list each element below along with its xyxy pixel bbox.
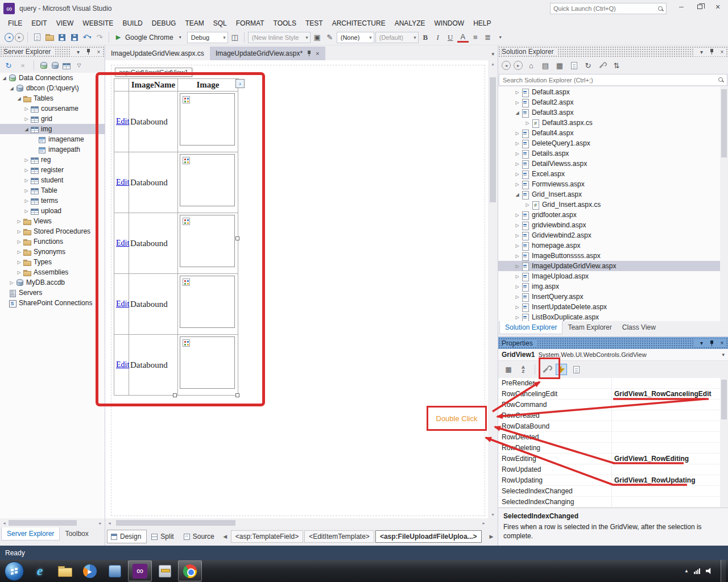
tree-row[interactable]: imagename: [0, 134, 105, 144]
scroll-right-icon[interactable]: ▸: [479, 521, 488, 526]
fileupload-control[interactable]: [180, 93, 235, 146]
open-file-icon[interactable]: [44, 31, 55, 44]
tree-row[interactable]: ▷ Default3.aspx.cs: [498, 118, 720, 128]
expander-arrow-icon[interactable]: ▷: [514, 253, 520, 259]
font-color-icon[interactable]: A: [457, 32, 469, 43]
scroll-left-icon[interactable]: ◂: [105, 521, 114, 526]
expander-arrow-icon[interactable]: ▷: [514, 233, 520, 238]
sync-icon[interactable]: ⇅: [611, 59, 622, 72]
style-dropdown[interactable]: (New Inline Style▾: [248, 32, 311, 43]
event-handler-value[interactable]: [612, 497, 720, 507]
expander-arrow-icon[interactable]: ▷: [514, 100, 520, 105]
tree-row[interactable]: ▷ student: [0, 175, 105, 185]
taskbar-app-button[interactable]: [53, 560, 77, 581]
tree-row[interactable]: ▷ ImageUpload.aspx: [498, 271, 720, 281]
tag-navigator-chip[interactable]: <asp:FileUpload#FileUploa...>: [375, 530, 482, 543]
event-row[interactable]: RowCommand: [498, 400, 720, 410]
tree-row[interactable]: ▷ ListBoxDuplicate.aspx: [498, 312, 720, 321]
expander-arrow-icon[interactable]: ▷: [514, 161, 520, 167]
menu-item[interactable]: FORMAT: [231, 18, 269, 29]
property-pages-icon[interactable]: [570, 364, 582, 375]
menu-item[interactable]: DEBUG: [147, 18, 181, 29]
resize-handle[interactable]: [173, 393, 177, 397]
event-row[interactable]: SelectedIndexChanged: [498, 486, 720, 497]
tree-row[interactable]: ▷ MyDB.accdb: [0, 277, 105, 288]
panel-tab[interactable]: Toolbox: [60, 527, 93, 540]
tree-row[interactable]: ▷ Formviewss.aspx: [498, 179, 720, 189]
fileupload-control[interactable]: [180, 215, 235, 267]
tree-row[interactable]: ▷ Grid_Insert.aspx.cs: [498, 199, 720, 210]
window-position-icon[interactable]: ▾: [74, 48, 82, 56]
tree-row[interactable]: ▷ img.aspx: [498, 281, 720, 292]
tag-nav-left-icon[interactable]: ◀: [221, 534, 230, 539]
menu-item[interactable]: SQL: [209, 18, 231, 29]
event-row[interactable]: RowCreated: [498, 410, 720, 421]
edit-link[interactable]: Edit: [116, 300, 129, 309]
tree-row[interactable]: ▷ Functions: [0, 236, 105, 247]
refresh-icon[interactable]: ↻: [3, 59, 14, 72]
tree-row[interactable]: ▷ Default.aspx: [498, 87, 720, 97]
event-row[interactable]: RowDataBound: [498, 421, 720, 432]
design-surface[interactable]: asp:GridView#GridView1 ImageName Image E…: [105, 60, 488, 518]
menu-item[interactable]: ARCHITECTURE: [328, 18, 390, 29]
show-all-files-icon[interactable]: [568, 59, 580, 72]
expander-arrow-icon[interactable]: ▷: [514, 131, 520, 136]
underline-button[interactable]: U: [445, 31, 456, 44]
scope-icon[interactable]: ▤: [540, 59, 551, 72]
server-explorer-header[interactable]: Server Explorer ▾ ×: [0, 45, 105, 58]
solution-explorer-vscrollbar[interactable]: [720, 87, 728, 321]
expander-arrow-icon[interactable]: ◢: [514, 110, 520, 115]
close-tab-icon[interactable]: ×: [316, 50, 319, 57]
event-row[interactable]: RowDeleting: [498, 443, 720, 454]
save-all-icon[interactable]: [69, 31, 80, 44]
expander-arrow-icon[interactable]: ▷: [16, 250, 22, 255]
taskbar-app-button[interactable]: [178, 560, 202, 581]
tree-row[interactable]: ▷ grid: [0, 114, 105, 124]
navigate-back-icon[interactable]: ◂: [5, 33, 14, 42]
style-tool-icon[interactable]: ▣: [312, 31, 323, 44]
scroll-right-icon[interactable]: ▸: [96, 521, 105, 526]
expander-arrow-icon[interactable]: ▷: [23, 188, 30, 193]
expander-arrow-icon[interactable]: ▷: [23, 106, 30, 111]
event-handler-value[interactable]: [612, 421, 720, 431]
expander-arrow-icon[interactable]: ▷: [514, 172, 520, 177]
menu-item[interactable]: ANALYZE: [390, 18, 430, 29]
expander-arrow-icon[interactable]: ▷: [514, 284, 520, 289]
attach-icon[interactable]: ◫: [229, 31, 241, 44]
scrollbar-thumb[interactable]: [721, 380, 727, 419]
scrollbar-thumb[interactable]: [9, 520, 77, 526]
tree-row[interactable]: ▷ terms: [0, 196, 105, 206]
properties-wrench-icon[interactable]: [541, 364, 552, 375]
event-row[interactable]: RowUpdated: [498, 464, 720, 475]
expander-arrow-icon[interactable]: ▷: [514, 223, 520, 228]
event-handler-value[interactable]: GridView1_RowEditing: [612, 454, 720, 464]
italic-button[interactable]: I: [432, 31, 444, 44]
tree-row[interactable]: ▷ Gridviewbind2.aspx: [498, 230, 720, 240]
collapse-all-icon[interactable]: ▦: [554, 59, 565, 72]
expander-arrow-icon[interactable]: ▷: [514, 305, 520, 310]
new-file-icon[interactable]: [31, 31, 43, 44]
scrollbar-thumb[interactable]: [490, 77, 496, 202]
tab-code-behind[interactable]: ImageUpdateGridView.aspx.cs: [105, 47, 210, 60]
event-handler-value[interactable]: [612, 378, 720, 388]
browser-dropdown-icon[interactable]: ▾: [175, 31, 186, 44]
expander-arrow-icon[interactable]: ▷: [514, 90, 520, 95]
tree-row[interactable]: ▷ homepage.aspx: [498, 240, 720, 251]
event-row[interactable]: SelectedIndexChanging: [498, 497, 720, 508]
view-switch-button[interactable]: Design: [107, 530, 147, 543]
event-row[interactable]: PreRender: [498, 378, 720, 389]
menu-item[interactable]: HELP: [469, 18, 495, 29]
connect-to-database-icon[interactable]: [39, 61, 48, 70]
tree-row[interactable]: ▷ Excel.aspx: [498, 169, 720, 179]
taskbar-app-button[interactable]: [78, 560, 102, 581]
tree-row[interactable]: imagepath: [0, 144, 105, 155]
toolbar-overflow-icon[interactable]: ▾: [495, 31, 506, 44]
menu-item[interactable]: WEBSITE: [78, 18, 118, 29]
expander-arrow-icon[interactable]: ▷: [9, 280, 15, 285]
pin-icon[interactable]: [307, 50, 312, 57]
menu-item[interactable]: WINDOW: [430, 18, 469, 29]
scrollbar-thumb[interactable]: [116, 520, 235, 526]
server-explorer-hscrollbar[interactable]: ◂ ▸: [0, 518, 105, 527]
expander-arrow-icon[interactable]: ◢: [16, 96, 22, 101]
expander-arrow-icon[interactable]: ▷: [16, 229, 22, 234]
